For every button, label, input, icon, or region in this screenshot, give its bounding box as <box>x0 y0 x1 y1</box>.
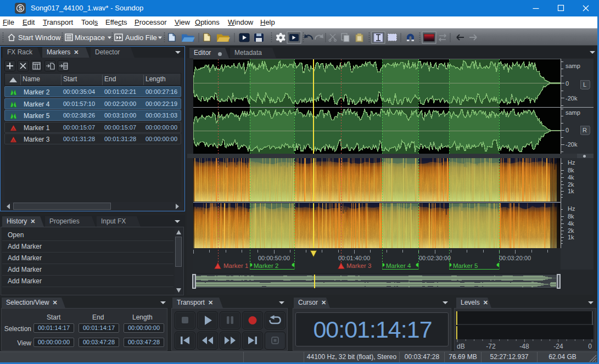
svg-text:Marker 1: Marker 1 <box>223 262 248 269</box>
svg-text:1k: 1k <box>568 234 574 240</box>
svg-text:Marker 2: Marker 2 <box>254 262 278 269</box>
svg-text:8k: 8k <box>568 213 574 220</box>
svg-text:samp: samp <box>566 63 580 69</box>
svg-text:Marker 5: Marker 5 <box>453 262 478 269</box>
svg-text:Start Window: Start Window <box>18 33 61 42</box>
svg-text:-20k: -20k <box>566 141 578 148</box>
svg-text:0: 0 <box>566 80 569 87</box>
svg-text:L: L <box>583 81 586 88</box>
svg-text:-48: -48 <box>519 343 529 350</box>
svg-text:8k: 8k <box>568 167 574 173</box>
svg-text:Marker 4: Marker 4 <box>386 262 411 269</box>
svg-text:-24: -24 <box>553 343 563 350</box>
svg-text:00:03:20:00: 00:03:20:00 <box>499 255 531 261</box>
svg-text:-72: -72 <box>486 343 496 350</box>
svg-text:00:00:50:00: 00:00:50:00 <box>258 255 290 261</box>
svg-text:Audio File: Audio File <box>125 33 157 42</box>
svg-text:Hz: Hz <box>568 159 575 166</box>
svg-text:dB: dB <box>457 343 465 350</box>
svg-text:4k: 4k <box>568 220 574 227</box>
svg-text:4k: 4k <box>568 174 574 181</box>
svg-text:samp: samp <box>566 109 580 116</box>
svg-text:Mixspace: Mixspace <box>75 33 105 42</box>
svg-text:0: 0 <box>588 343 592 350</box>
svg-text:S: S <box>19 5 23 12</box>
svg-text:Marker 3: Marker 3 <box>346 262 371 269</box>
svg-text:0: 0 <box>566 127 569 133</box>
svg-text:2k: 2k <box>568 227 574 234</box>
svg-text:2k: 2k <box>568 181 574 188</box>
svg-text:1k: 1k <box>568 188 574 194</box>
svg-text:Hz: Hz <box>568 205 575 212</box>
svg-text:00:01:40:00: 00:01:40:00 <box>338 255 370 261</box>
svg-text:-20k: -20k <box>566 95 578 102</box>
svg-text:00:02:30:00: 00:02:30:00 <box>419 255 451 261</box>
svg-text:R: R <box>583 127 587 133</box>
